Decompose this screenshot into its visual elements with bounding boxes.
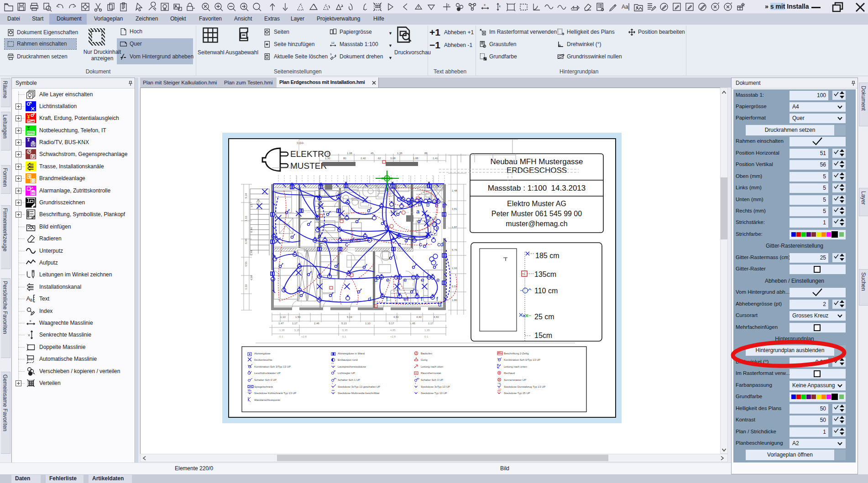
svg-text:88: 88 <box>424 152 428 155</box>
svg-text:Steckdose Kühlschrank Typ 13 U: Steckdose Kühlschrank Typ 13 UP <box>254 392 296 395</box>
svg-text:9: 9 <box>330 53 332 56</box>
svg-text:25 cm: 25 cm <box>534 313 554 321</box>
svg-text:c: c <box>319 241 323 248</box>
svg-text:0,44: 0,44 <box>250 250 253 255</box>
svg-text:4,40: 4,40 <box>416 316 422 318</box>
svg-text:c: c <box>345 241 348 248</box>
svg-text:3,81: 3,81 <box>452 208 457 210</box>
svg-text:EXIT: EXIT <box>28 132 35 135</box>
svg-text:3,5: 3,5 <box>250 203 253 208</box>
svg-text:Einbauspot rund: Einbauspot rund <box>338 358 358 361</box>
svg-text:x: x <box>448 3 450 6</box>
svg-text:0,1: 0,1 <box>424 335 429 338</box>
svg-text:4,60: 4,60 <box>434 316 439 318</box>
svg-text:135cm: 135cm <box>534 270 556 278</box>
svg-text:1,88: 1,88 <box>413 157 418 160</box>
svg-text:12: 12 <box>327 152 330 155</box>
svg-text:0,1: 0,1 <box>342 335 346 338</box>
svg-text:LS: LS <box>331 362 334 364</box>
svg-text:Leitung nach unten: Leitung nach unten <box>504 365 527 368</box>
svg-text:15cm: 15cm <box>534 332 552 339</box>
svg-text:Steckdose Typ 25 UP: Steckdose Typ 25 UP <box>504 392 530 395</box>
svg-text:1,41: 1,41 <box>433 157 438 160</box>
svg-text:Leuchtdrucktaster UP: Leuchtdrucktaster UP <box>254 372 281 374</box>
svg-text:Spiegelschrank: Spiegelschrank <box>254 385 273 388</box>
svg-text:Abzweigdose: Abzweigdose <box>254 352 271 355</box>
svg-text:62: 62 <box>378 157 381 160</box>
svg-text:Wandanschlusspunkt: Wandanschlusspunkt <box>254 399 280 401</box>
svg-text:muster@hemag.ch: muster@hemag.ch <box>506 220 567 228</box>
svg-text:a: a <box>30 297 33 302</box>
svg-text:2,46: 2,46 <box>314 322 319 325</box>
svg-text:Lichtregler UP: Lichtregler UP <box>338 372 355 374</box>
svg-text:c: c <box>398 241 401 248</box>
svg-text:Schalter Sch 0 UP: Schalter Sch 0 UP <box>254 379 277 381</box>
svg-text:45: 45 <box>371 152 374 155</box>
svg-text:5,76: 5,76 <box>452 249 457 251</box>
svg-text:a: a <box>416 208 420 215</box>
svg-text:1,17: 1,17 <box>428 322 434 325</box>
svg-text:T25: T25 <box>498 388 502 390</box>
svg-text:b: b <box>418 201 421 208</box>
svg-text:1,93: 1,93 <box>452 267 457 270</box>
svg-text:110 cm: 110 cm <box>534 287 558 295</box>
svg-text:Elektro Muster AG: Elektro Muster AG <box>507 200 566 208</box>
svg-text:f: f <box>421 296 423 302</box>
svg-text:TH: TH <box>522 273 525 275</box>
svg-text:4,85: 4,85 <box>390 329 396 332</box>
svg-text:1,30: 1,30 <box>325 157 330 160</box>
svg-text:e: e <box>421 276 424 283</box>
svg-text:4,60: 4,60 <box>393 316 399 318</box>
svg-text:Raumthermostat: Raumthermostat <box>421 372 441 374</box>
svg-text:Deckenleuchte: Deckenleuchte <box>254 358 272 361</box>
svg-text:Leitung nach oben: Leitung nach oben <box>421 365 443 368</box>
svg-text:Beschriftung 2-Zeilig: Beschriftung 2-Zeilig <box>504 352 529 355</box>
svg-text:e: e <box>403 276 407 283</box>
svg-text:5,19: 5,19 <box>347 316 352 318</box>
svg-text:5,17: 5,17 <box>389 322 394 325</box>
svg-text:1,50: 1,50 <box>295 316 301 318</box>
svg-text:1,35: 1,35 <box>424 329 430 332</box>
svg-text:Gong: Gong <box>421 358 428 361</box>
svg-text:80: 80 <box>343 157 346 160</box>
svg-text:1,17: 1,17 <box>292 322 298 325</box>
svg-text:MUSTER: MUSTER <box>290 161 327 171</box>
svg-text:5,34: 5,34 <box>245 193 247 198</box>
svg-text:d: d <box>368 296 371 302</box>
svg-text:1,47: 1,47 <box>278 322 284 325</box>
svg-text:ABC: ABC <box>498 352 502 353</box>
svg-text:1,38: 1,38 <box>279 329 285 332</box>
svg-text:ERDGESCHOSS: ERDGESCHOSS <box>507 166 567 175</box>
svg-text:Rechaud: Rechaud <box>504 372 515 374</box>
svg-text:KS: KS <box>248 389 251 391</box>
svg-text:Backofen: Backofen <box>421 352 432 355</box>
svg-text:Massstab : 1:100 14.3.2013: Massstab : 1:100 14.3.2013 <box>488 184 586 192</box>
svg-text:Steckdose Multimedia beschrift: Steckdose Multimedia beschriftbar <box>338 392 380 395</box>
svg-text:Steckdose 3xTyp 13 geschaltet: Steckdose 3xTyp 13 geschaltet UP <box>338 385 380 388</box>
svg-text:x: x <box>30 319 31 323</box>
svg-text:b: b <box>435 202 438 208</box>
svg-text:1,45: 1,45 <box>410 322 415 325</box>
svg-text:x: x <box>484 3 486 7</box>
svg-text:8,44: 8,44 <box>250 227 253 233</box>
svg-text:4,56: 4,56 <box>245 261 247 267</box>
svg-text:Schalter Sch 3 UP: Schalter Sch 3 UP <box>421 379 443 381</box>
svg-text:ef: ef <box>403 296 408 302</box>
svg-text:1,16: 1,16 <box>245 216 247 221</box>
svg-text:12: 12 <box>331 41 335 44</box>
svg-text:d: d <box>438 301 441 308</box>
svg-text:Kombination Sch 0/Typ 13 UP: Kombination Sch 0/Typ 13 UP <box>504 358 540 361</box>
svg-text:1,10: 1,10 <box>365 322 371 325</box>
svg-text:Schalter Sch 1 UP: Schalter Sch 1 UP <box>338 379 360 381</box>
svg-text:Aa: Aa <box>622 4 628 10</box>
svg-text:Abzweigdose in Wand: Abzweigdose in Wand <box>338 352 365 355</box>
svg-text:0,1: 0,1 <box>279 335 283 338</box>
svg-text:Kombination Sch 3/Typ 13 UP: Kombination Sch 3/Typ 13 UP <box>254 365 291 368</box>
svg-text:x: x <box>499 4 501 8</box>
svg-text:1,08: 1,08 <box>347 152 352 155</box>
svg-text:Steckdose Typ 13 UP: Steckdose Typ 13 UP <box>421 392 447 395</box>
svg-text:c: c <box>419 241 422 248</box>
svg-text:1,19: 1,19 <box>245 284 247 290</box>
svg-text:5,35: 5,35 <box>342 329 348 332</box>
svg-text:4,58: 4,58 <box>250 275 253 280</box>
